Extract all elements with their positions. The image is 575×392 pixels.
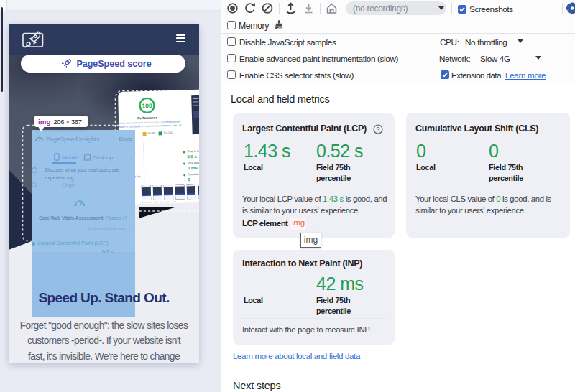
svg-text:100: 100	[142, 102, 152, 109]
svg-text:?: ?	[376, 126, 380, 133]
